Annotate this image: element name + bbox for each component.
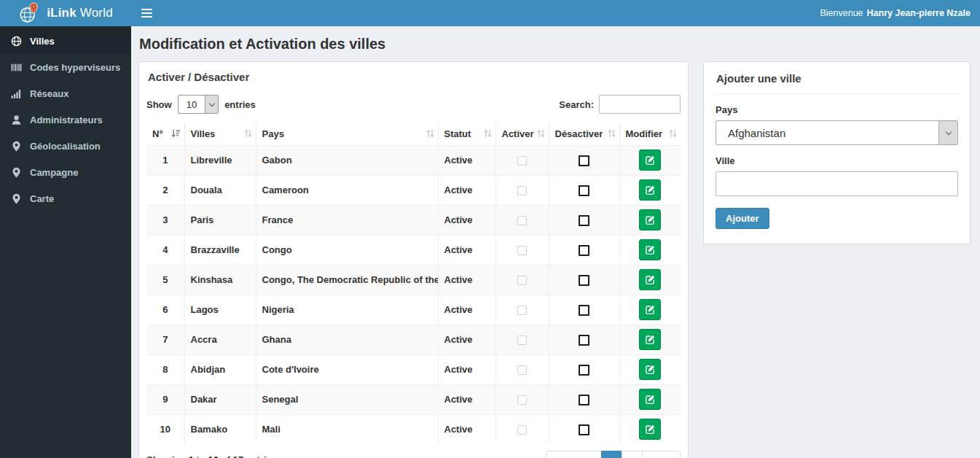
desactiver-checkbox[interactable] (579, 245, 589, 256)
activer-checkbox (517, 156, 527, 166)
sidebar-item-geolocalisation[interactable]: Géolocalisation (0, 133, 131, 159)
desactiver-checkbox[interactable] (579, 215, 589, 226)
sidebar-item-reseaux[interactable]: Réseaux (0, 80, 131, 106)
table-row: 8 Abidjan Cote d'Ivoire Active (146, 354, 681, 384)
activer-checkbox (517, 395, 527, 405)
welcome-prefix: Bienvenue (820, 8, 863, 18)
column-header-statut[interactable]: Statut (438, 123, 495, 145)
modifier-edit-button[interactable] (639, 239, 661, 260)
desactiver-checkbox[interactable] (579, 395, 589, 405)
column-header-num[interactable]: N° (146, 123, 184, 145)
desactiver-checkbox[interactable] (579, 335, 589, 346)
globe-pin-logo-icon (18, 1, 40, 26)
desactiver-checkbox[interactable] (579, 155, 589, 166)
villes-table: N° Villes (146, 123, 681, 444)
modifier-edit-button[interactable] (639, 419, 661, 440)
ville-cell: Douala (184, 175, 256, 205)
statut-cell: Active (438, 414, 495, 444)
desactiver-checkbox[interactable] (579, 305, 589, 316)
pagination-page-1[interactable]: 1 (601, 451, 622, 458)
activer-checkbox (517, 335, 527, 345)
sidebar-item-label: Codes hyperviseurs (30, 62, 120, 73)
table-row: 5 Kinshasa Congo, The Democratic Republi… (146, 265, 681, 295)
ville-input[interactable] (716, 171, 958, 196)
pays-cell: Cameroon (256, 175, 438, 205)
show-label: Show (146, 99, 172, 110)
search-control: Search: (559, 95, 681, 114)
search-input[interactable] (599, 95, 681, 114)
desactiver-checkbox[interactable] (579, 424, 589, 435)
edit-pencil-icon (645, 364, 656, 375)
pays-cell: Nigeria (256, 295, 438, 325)
row-number-cell: 9 (146, 384, 184, 414)
modifier-edit-button[interactable] (639, 389, 661, 410)
statut-cell: Active (438, 295, 495, 325)
desactiver-checkbox[interactable] (579, 365, 589, 376)
modifier-edit-button[interactable] (639, 150, 661, 171)
villes-table-body: 1 Libreville Gabon Active 2 Douala Camer… (146, 145, 681, 444)
pays-selected-value: Afghanistan (716, 121, 938, 144)
sort-both-icon (244, 129, 252, 139)
sidebar-item-villes[interactable]: Villes (0, 28, 131, 54)
modifier-edit-button[interactable] (639, 329, 661, 350)
modifier-edit-button[interactable] (639, 209, 661, 230)
activer-checkbox (517, 365, 527, 375)
activer-checkbox (517, 186, 527, 195)
row-number-cell: 3 (146, 205, 184, 235)
row-number-cell: 1 (146, 145, 184, 175)
pagination: Previous 1 2 Next (546, 451, 681, 458)
column-header-activer[interactable]: Activer (495, 123, 549, 145)
user-icon (11, 114, 22, 125)
entries-label: entries (224, 99, 256, 110)
table-row: 2 Douala Cameroon Active (146, 175, 681, 205)
sidebar-item-administrateurs[interactable]: Administrateurs (0, 106, 131, 133)
desactiver-checkbox[interactable] (579, 185, 589, 196)
activer-desactiver-panel: Activer / Désactiver Show 10 entries Sea… (138, 61, 689, 458)
sidebar-item-codes-hyperviseurs[interactable]: Codes hyperviseurs (0, 54, 131, 80)
ville-cell: Abidjan (184, 354, 256, 384)
pays-select[interactable]: Afghanistan (716, 120, 958, 145)
activer-checkbox (517, 216, 527, 225)
ville-cell: Bamako (184, 414, 256, 444)
column-header-desactiver[interactable]: Désactiver (549, 123, 619, 145)
activer-checkbox (517, 276, 527, 285)
row-number-cell: 10 (146, 414, 184, 444)
ville-cell: Accra (184, 325, 256, 354)
chevron-down-icon (205, 96, 218, 113)
modifier-edit-button[interactable] (639, 269, 661, 290)
sidebar: Villes Codes hyperviseurs Réseaux Admini… (0, 26, 131, 458)
statut-cell: Active (438, 384, 495, 414)
welcome-user-name: Hanry Jean-pierre Nzale (867, 8, 971, 18)
sort-both-icon (537, 129, 545, 139)
ville-cell: Brazzaville (184, 235, 256, 265)
sidebar-item-carte[interactable]: Carte (0, 185, 131, 211)
row-number-cell: 6 (146, 295, 184, 325)
modifier-edit-button[interactable] (639, 299, 661, 320)
statut-cell: Active (438, 265, 495, 295)
pagination-page-2[interactable]: 2 (622, 451, 643, 458)
modifier-edit-button[interactable] (639, 179, 661, 201)
statut-cell: Active (438, 235, 495, 265)
pagination-next-button[interactable]: Next (642, 451, 681, 458)
table-row: 4 Brazzaville Congo Active (146, 235, 681, 265)
activer-checkbox (517, 425, 527, 435)
sidebar-item-campagne[interactable]: Campagne (0, 159, 131, 185)
table-row: 9 Dakar Senegal Active (146, 384, 681, 414)
hamburger-icon (141, 9, 152, 10)
sidebar-toggle-button[interactable] (134, 0, 159, 26)
table-row: 7 Accra Ghana Active (146, 325, 681, 354)
column-header-modifier[interactable]: Modifier (619, 123, 681, 145)
page-length-select[interactable]: 10 (178, 95, 219, 114)
row-number-cell: 2 (146, 175, 184, 205)
desactiver-checkbox[interactable] (579, 275, 589, 286)
sort-both-icon (669, 129, 677, 139)
pagination-previous-button[interactable]: Previous (546, 451, 602, 458)
row-number-cell: 5 (146, 265, 184, 295)
pays-cell: France (256, 205, 438, 235)
column-header-pays[interactable]: Pays (256, 123, 438, 145)
modifier-edit-button[interactable] (639, 359, 661, 380)
map-marker-icon (11, 141, 22, 152)
column-header-villes[interactable]: Villes (184, 123, 256, 145)
ajouter-button[interactable]: Ajouter (716, 208, 769, 229)
row-number-cell: 8 (146, 354, 184, 384)
